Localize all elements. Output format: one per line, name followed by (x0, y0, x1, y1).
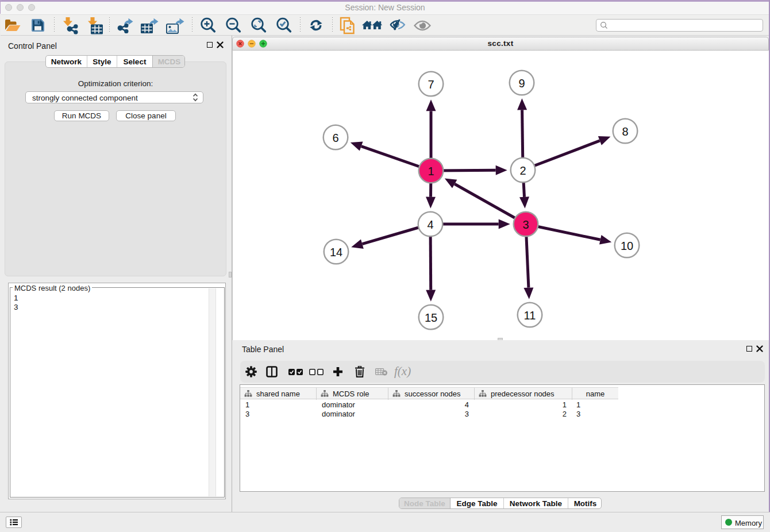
svg-text:6: 6 (332, 132, 338, 144)
svg-text:14: 14 (330, 246, 342, 259)
svg-text:7: 7 (428, 78, 434, 91)
svg-text:2: 2 (519, 164, 526, 177)
svg-text:15: 15 (425, 311, 437, 324)
svg-text:11: 11 (524, 309, 536, 322)
svg-text:10: 10 (621, 240, 633, 252)
svg-text:4: 4 (427, 218, 433, 231)
svg-text:8: 8 (622, 125, 628, 138)
svg-text:1: 1 (428, 165, 434, 178)
svg-text:9: 9 (518, 77, 525, 90)
svg-text:3: 3 (522, 218, 529, 231)
